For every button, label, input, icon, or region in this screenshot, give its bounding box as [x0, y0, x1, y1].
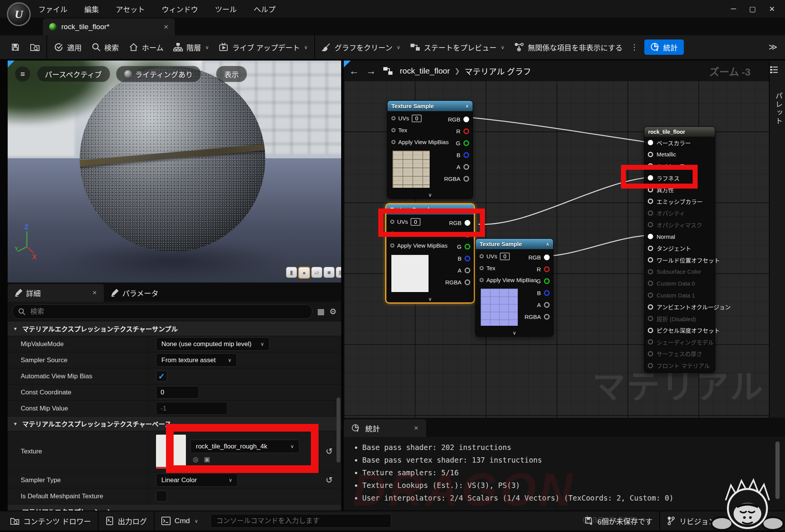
material-input-pin[interactable]: スペキュラ: [644, 160, 715, 172]
apply-button[interactable]: 適用: [49, 35, 87, 59]
output-pin-row[interactable]: B: [457, 150, 469, 159]
collapse-triangle-icon[interactable]: ▼: [13, 326, 18, 332]
preview-sphere[interactable]: [80, 66, 265, 252]
sampler-source-dropdown[interactable]: From texture asset ∨: [156, 353, 237, 367]
texture-sample-node-normal[interactable]: Texture Sample ∧ UVs0 Tex Apply View Mip…: [475, 238, 553, 337]
output-pin-row[interactable]: B: [458, 254, 470, 263]
tex-input-pin[interactable]: [390, 232, 394, 236]
tab-stats[interactable]: 統計 ✕: [344, 419, 426, 437]
save-button[interactable]: [0, 35, 25, 59]
output-pin-row[interactable]: R: [537, 264, 550, 274]
output-pin[interactable]: [465, 256, 470, 261]
output-pin-row[interactable]: RGB: [449, 218, 470, 227]
output-pin-row[interactable]: RGBA: [445, 277, 470, 287]
pin-dot[interactable]: [648, 269, 653, 274]
output-log-button[interactable]: 出力ログ: [99, 511, 154, 530]
output-pin[interactable]: [465, 244, 470, 250]
collapse-icon[interactable]: ∧: [465, 103, 469, 109]
menu-item[interactable]: ウィンドウ: [162, 4, 198, 14]
mipbias-input-pin[interactable]: [480, 278, 484, 282]
pin-dot[interactable]: [648, 152, 653, 157]
output-pin[interactable]: [544, 266, 550, 272]
close-window-button[interactable]: ✕: [769, 5, 775, 13]
uvs-index-box[interactable]: 0: [500, 253, 510, 260]
material-input-pin[interactable]: ベースカラー: [644, 137, 715, 149]
maximize-button[interactable]: ▢: [749, 5, 756, 13]
material-input-pin[interactable]: Metallic: [644, 149, 715, 161]
material-input-pin[interactable]: シェーディングモデル: [644, 336, 715, 348]
tab-close-icon[interactable]: ✕: [164, 23, 169, 31]
asset-tab[interactable]: rock_tile_floor* ✕: [43, 18, 175, 35]
node-title[interactable]: rock_tile_floor: [644, 127, 715, 137]
uvs-input-pin[interactable]: [391, 116, 396, 120]
toolbar-overflow-icon[interactable]: ⋮: [627, 43, 641, 52]
reset-to-default-icon[interactable]: ↺: [326, 447, 333, 456]
material-input-pin[interactable]: Custom Data 1: [644, 289, 715, 301]
pin-dot[interactable]: [648, 328, 653, 333]
output-pin-row[interactable]: RGBA: [444, 174, 469, 183]
menu-item[interactable]: ツール: [215, 4, 237, 14]
output-pin[interactable]: [463, 117, 469, 122]
output-pin-row[interactable]: RGB: [448, 115, 469, 124]
output-pin-row[interactable]: B: [537, 288, 550, 297]
perspective-button[interactable]: パースペクティブ: [37, 66, 110, 82]
pin-dot[interactable]: [648, 163, 653, 169]
live-update-button[interactable]: ライブ アップデート ∨: [214, 35, 313, 59]
pin-dot[interactable]: [648, 246, 653, 251]
material-input-pin[interactable]: 屈折 (Disabled): [644, 313, 715, 325]
mipbias-input-pin[interactable]: [391, 140, 396, 144]
output-pin-row[interactable]: A: [457, 162, 469, 171]
revision-control-button[interactable]: リビジョン コントロール ∨: [660, 511, 785, 530]
back-icon[interactable]: ←: [349, 65, 359, 77]
output-pin-row[interactable]: R: [456, 126, 469, 136]
output-pin-row[interactable]: G: [457, 242, 470, 251]
output-pin-row[interactable]: G: [536, 276, 550, 286]
output-pin[interactable]: [463, 152, 469, 158]
texture-preview-thumbnail[interactable]: [156, 435, 186, 469]
collapse-triangle-icon[interactable]: ▼: [13, 421, 18, 427]
menu-item[interactable]: ファイル: [38, 4, 67, 14]
uvs-input-pin[interactable]: [480, 254, 484, 258]
node-header[interactable]: Texture Sample ∧: [386, 204, 474, 215]
unsaved-assets-button[interactable]: 6個が未保存です: [578, 511, 660, 530]
mip-value-mode-dropdown[interactable]: None (use computed mip level) ∨: [156, 337, 269, 351]
material-output-node[interactable]: rock_tile_floor ベースカラー Metallic スペキュラ: [644, 126, 715, 373]
pin-dot[interactable]: [648, 257, 653, 263]
material-input-pin[interactable]: ピクセル深度オフセット: [644, 325, 715, 337]
section-texture-base[interactable]: ▼ マテリアルエクスプレッションテクスチャーベース: [8, 417, 341, 431]
material-input-pin[interactable]: ワールド位置オフセット: [644, 254, 715, 266]
menu-item[interactable]: ヘルプ: [254, 4, 276, 14]
cube-mesh-button[interactable]: ■: [324, 267, 335, 278]
pin-dot[interactable]: [648, 316, 653, 321]
cmd-selector[interactable]: Cmd ∨: [154, 511, 205, 530]
collapse-icon[interactable]: ∧: [466, 207, 470, 212]
const-mip-value-input[interactable]: -1: [156, 402, 227, 415]
pin-dot[interactable]: [648, 187, 653, 192]
output-pin[interactable]: [544, 255, 550, 260]
node-header[interactable]: Texture Sample ∧: [388, 101, 473, 111]
material-input-pin[interactable]: エミッシブカラー: [644, 195, 715, 207]
material-input-pin[interactable]: オパシティ: [644, 207, 715, 219]
collapse-icon[interactable]: ∧: [546, 241, 549, 247]
output-pin-row[interactable]: A: [458, 266, 470, 275]
expand-icon[interactable]: ∨: [386, 296, 474, 302]
material-input-pin[interactable]: 異方性: [644, 184, 715, 195]
mipbias-input-pin[interactable]: [390, 243, 394, 248]
texture-sample-node-roughness[interactable]: Texture Sample ∧ UVs0 Tex Apply View Mip…: [385, 203, 475, 304]
is-default-meshpaint-checkbox[interactable]: [156, 491, 167, 502]
show-flags-button[interactable]: 表示: [216, 66, 247, 82]
pin-dot[interactable]: [648, 363, 653, 368]
list-icon[interactable]: [770, 66, 778, 74]
output-pin[interactable]: [463, 128, 469, 134]
material-input-pin[interactable]: オパシティマスク: [644, 219, 715, 231]
expand-icon[interactable]: ∨: [388, 192, 473, 198]
output-pin-row[interactable]: RGBA: [524, 312, 550, 321]
material-input-pin[interactable]: ラフネス: [644, 172, 715, 184]
clean-graph-button[interactable]: グラフをクリーン ∨: [317, 35, 406, 59]
output-pin[interactable]: [465, 279, 470, 285]
display-filter-icon[interactable]: ▦: [317, 307, 325, 316]
sphere-mesh-button[interactable]: ●: [298, 267, 310, 279]
hide-unrelated-button[interactable]: 無関係な項目を非表示にする: [509, 35, 627, 59]
tab-details[interactable]: 詳細 ✕: [8, 284, 104, 302]
output-pin[interactable]: [463, 164, 469, 170]
